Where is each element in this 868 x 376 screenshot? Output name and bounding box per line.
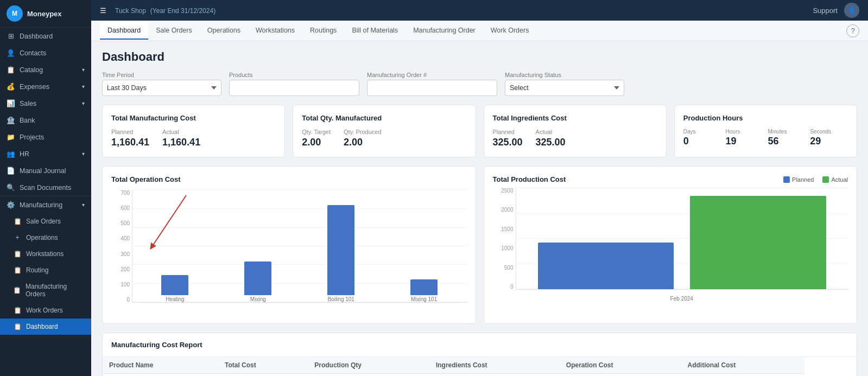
tab-manufacturing-order[interactable]: Manufacturing Order <box>406 22 483 40</box>
sidebar-item-catalog[interactable]: 📋 Catalog ▾ <box>0 61 91 78</box>
support-link[interactable]: Support <box>813 7 838 15</box>
hours-label: Hours <box>726 129 764 135</box>
topbar-right: Support 👤 <box>813 3 859 18</box>
bar-mixing101: Mixing 101 <box>387 190 461 302</box>
y-label-700: 700 <box>111 190 130 196</box>
tab-operations[interactable]: Operations <box>200 22 248 40</box>
sidebar-item-manual-journal[interactable]: 📄 Manual Journal <box>0 162 91 179</box>
sidebar-item-mfg-dashboard[interactable]: 📋 Dashboard <box>0 318 91 335</box>
bar-heating: Heating <box>138 190 212 302</box>
y-1000: 1000 <box>493 245 514 251</box>
main-area: ☰ Tuck Shop (Year End 31/12/2024) Suppor… <box>91 0 868 376</box>
sidebar-item-label: Scan Documents <box>20 184 71 192</box>
time-period-select[interactable]: Last 30 Days Last 7 Days Last 90 Days Th… <box>102 80 221 96</box>
scan-icon: 🔍 <box>7 183 15 192</box>
product-name-cell[interactable]: Black Coffee <box>103 374 218 377</box>
bank-icon: 🏦 <box>7 116 15 124</box>
stats-row: Total Manufacturing Cost Planned 1,160.4… <box>102 105 857 157</box>
stat-actual: Actual 1,160.41 <box>162 129 200 148</box>
production-cost-legend: Planned Actual <box>783 176 848 183</box>
chevron-down-icon: ▾ <box>82 151 85 157</box>
stat-title: Production Hours <box>683 114 848 122</box>
sidebar-item-label: Contacts <box>20 49 46 57</box>
mfg-order-input[interactable] <box>367 80 497 96</box>
mfg-orders-icon: 📋 <box>13 286 21 294</box>
manufacturing-cost-report: Manufacturing Cost Report Product Name T… <box>102 333 857 376</box>
tab-bill-of-materials[interactable]: Bill of Materials <box>344 22 406 40</box>
chart-production-cost: Total Production Cost Planned Actual <box>484 166 858 324</box>
legend-actual-color <box>822 176 829 183</box>
sidebar-item-manufacturing-orders[interactable]: 📋 Manufacturing Orders <box>0 278 91 302</box>
table-row: Black CoffeePlanned831.141.00170.00661.1… <box>103 374 857 377</box>
production-qty-cell: 1.00 <box>429 374 560 377</box>
prod-bar-planned <box>538 188 674 289</box>
bar-mixing101-bar <box>410 279 438 295</box>
sidebar-item-sale-orders[interactable]: 📋 Sale Orders <box>0 213 91 230</box>
legend-planned-label: Planned <box>792 176 814 183</box>
tab-dashboard[interactable]: Dashboard <box>100 22 148 40</box>
stat-title: Total Manufacturing Cost <box>111 114 276 122</box>
tab-routings[interactable]: Routings <box>302 22 344 40</box>
sidebar-item-expenses[interactable]: 💰 Expenses ▾ <box>0 78 91 95</box>
tab-sale-orders[interactable]: Sale Orders <box>148 22 200 40</box>
chart-operation-cost: Total Operation Cost 700 600 500 400 300… <box>102 166 476 324</box>
filter-products: Products <box>229 72 359 96</box>
y-500: 500 <box>493 265 514 271</box>
seconds-value: 29 <box>810 136 848 147</box>
sidebar-item-workstations[interactable]: 📋 Workstations <box>0 246 91 262</box>
sidebar-item-bank[interactable]: 🏦 Bank <box>0 112 91 129</box>
stat-title: Total Qty. Manufactured <box>302 114 466 122</box>
planned-label: Planned <box>493 129 523 135</box>
sidebar-item-contacts[interactable]: 👤 Contacts <box>0 44 91 61</box>
operation-cost-cell: 661.14 <box>681 374 805 377</box>
sidebar-item-hr[interactable]: 👥 HR ▾ <box>0 145 91 162</box>
products-label: Products <box>229 72 359 78</box>
company-name: Tuck Shop <box>115 7 146 15</box>
menu-icon[interactable]: ☰ <box>100 7 106 15</box>
y-label-0: 0 <box>111 297 130 303</box>
logo-text: Moneypex <box>27 10 62 18</box>
sidebar-item-label: Dashboard <box>26 323 58 330</box>
sidebar-item-sales[interactable]: 📊 Sales ▾ <box>0 95 91 112</box>
filters-row: Time Period Last 30 Days Last 7 Days Las… <box>102 72 857 96</box>
stat-values: Qty. Target 2.00 Qty. Produced 2.00 <box>302 129 466 148</box>
col-production-qty: Production Qty <box>308 357 429 374</box>
sidebar-item-manufacturing[interactable]: ⚙️ Manufacturing ▾ <box>0 196 91 213</box>
manufacturing-icon: ⚙️ <box>7 201 15 209</box>
operation-cost-chart-area: 700 600 500 400 300 200 100 0 <box>111 190 467 315</box>
filter-manufacturing-status: Manufacturing Status Select Draft Confir… <box>505 72 624 96</box>
stat-total-qty: Total Qty. Manufactured Qty. Target 2.00… <box>293 105 476 157</box>
stat-seconds: Seconds 29 <box>810 129 848 147</box>
prod-bar-actual-bar <box>690 196 826 289</box>
mfg-order-label: Manufacturing Order # <box>367 72 497 78</box>
contacts-icon: 👤 <box>7 49 15 57</box>
sidebar-item-work-orders[interactable]: 📋 Work Orders <box>0 302 91 318</box>
workstations-icon: 📋 <box>13 250 22 258</box>
sidebar-item-routing[interactable]: 📋 Routing <box>0 262 91 278</box>
y-label-200: 200 <box>111 266 130 272</box>
tab-workstations[interactable]: Workstations <box>248 22 302 40</box>
mfg-status-select[interactable]: Select Draft Confirmed In Progress Done … <box>505 80 624 96</box>
bar-mixing101-label: Mixing 101 <box>411 296 437 302</box>
stat-qty-produced: Qty. Produced 2.00 <box>344 129 382 148</box>
bar-boiling101-label: Boiling 101 <box>327 296 354 302</box>
tab-work-orders[interactable]: Work Orders <box>483 22 537 40</box>
bar-heating-bar <box>161 275 188 295</box>
help-button[interactable]: ? <box>846 24 859 37</box>
expenses-icon: 💰 <box>7 82 15 91</box>
stat-values: Planned 325.00 Actual 325.00 <box>493 129 657 148</box>
table-header-row: Product Name Total Cost Production Qty I… <box>103 357 857 374</box>
sidebar-item-projects[interactable]: 📁 Projects <box>0 129 91 145</box>
chevron-down-icon: ▾ <box>82 100 85 106</box>
y-2500: 2500 <box>493 188 514 194</box>
nav-tabs: Dashboard Sale Orders Operations Worksta… <box>91 21 868 41</box>
products-input[interactable] <box>229 80 359 96</box>
sidebar-item-dashboard[interactable]: ⊞ Dashboard <box>0 28 91 44</box>
sidebar-item-operations[interactable]: + Operations <box>0 230 91 246</box>
work-orders-icon: 📋 <box>13 307 22 314</box>
y-1500: 1500 <box>493 226 514 232</box>
prod-bar-actual <box>690 188 826 289</box>
content-area: Dashboard Time Period Last 30 Days Last … <box>91 41 868 376</box>
stat-planned: Planned 1,160.41 <box>111 129 149 148</box>
sidebar-item-scan-documents[interactable]: 🔍 Scan Documents <box>0 179 91 196</box>
